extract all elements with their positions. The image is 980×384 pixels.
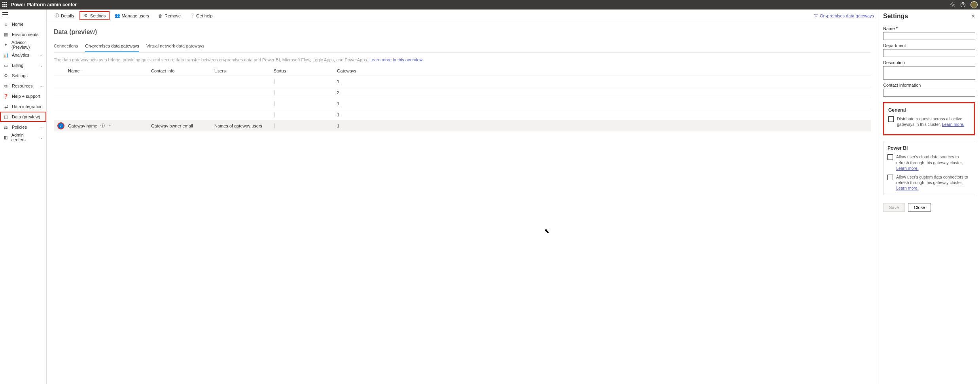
- row-gateways: 1: [337, 112, 400, 117]
- gear-icon: ⚙: [83, 13, 89, 18]
- chevron-down-icon: ⌄: [40, 63, 43, 67]
- filter-icon: ▽: [813, 13, 818, 18]
- col-users[interactable]: Users: [214, 68, 274, 73]
- cloud-refresh-checkbox[interactable]: [887, 154, 893, 160]
- close-button[interactable]: Close: [908, 203, 931, 212]
- scope-label: On-premises data gateways: [820, 13, 874, 18]
- col-name[interactable]: Name↑: [68, 68, 151, 73]
- get-help-button[interactable]: ❔ Get help: [186, 11, 216, 20]
- description-input[interactable]: [883, 66, 975, 80]
- remove-button[interactable]: 🗑 Remove: [154, 11, 184, 20]
- environments-icon: ▦: [3, 32, 9, 37]
- sidebar-item-resources[interactable]: ⧉ Resources ⌄: [0, 81, 46, 91]
- chevron-down-icon: ⌄: [40, 125, 43, 129]
- sidebar-item-advisor[interactable]: ✦ Advisor (Preview): [0, 40, 46, 50]
- sidebar-item-label: Home: [12, 22, 23, 27]
- name-input[interactable]: [883, 32, 975, 40]
- info-icon: ⓘ: [54, 13, 59, 18]
- settings-panel: Settings ✕ Name * Department Description…: [878, 10, 980, 384]
- department-label: Department: [883, 43, 975, 48]
- sidebar-item-label: Policies: [12, 125, 27, 129]
- row-contact: Gateway owner email: [151, 124, 193, 128]
- sidebar-item-data-integration[interactable]: ⇄ Data integration: [0, 101, 46, 112]
- status-icon: [274, 90, 274, 95]
- analytics-icon: 📊: [3, 52, 9, 58]
- sort-asc-icon: ↑: [81, 69, 83, 73]
- gear-icon: ⚙: [3, 73, 9, 78]
- hamburger-icon[interactable]: [2, 12, 8, 16]
- status-icon: [274, 79, 274, 84]
- app-title: Power Platform admin center: [11, 2, 77, 8]
- status-icon: [274, 112, 274, 118]
- sidebar-item-label: Analytics: [12, 53, 29, 57]
- tab-connections[interactable]: Connections: [54, 41, 78, 52]
- chevron-down-icon: ⌄: [40, 135, 43, 139]
- hint-link[interactable]: Learn more in this overview.: [369, 57, 424, 62]
- distribute-checkbox[interactable]: [888, 116, 894, 122]
- sidebar-item-home[interactable]: ⌂ Home: [0, 19, 46, 29]
- manage-users-button[interactable]: 👥 Manage users: [111, 11, 153, 20]
- avatar[interactable]: [971, 1, 978, 8]
- row-gateways: 2: [337, 90, 400, 95]
- table-row[interactable]: 1: [54, 98, 871, 109]
- row-checkbox-checked[interactable]: ✓: [58, 123, 64, 129]
- tab-virtual-network-gateways[interactable]: Virtual network data gateways: [146, 41, 204, 52]
- sidebar-item-help-support[interactable]: ❓ Help + support: [0, 91, 46, 101]
- settings-button[interactable]: ⚙ Settings: [79, 11, 110, 20]
- admin-centers-icon: ◧: [3, 135, 8, 140]
- powerbi-section: Power BI Allow user's cloud data sources…: [883, 141, 975, 195]
- learn-more-link[interactable]: Learn more.: [896, 186, 919, 190]
- hint-body: The data gateway acts as a bridge, provi…: [54, 57, 368, 62]
- sidebar-item-label: Advisor (Preview): [11, 40, 43, 49]
- row-gateways: 1: [337, 124, 400, 128]
- details-button[interactable]: ⓘ Details: [51, 11, 78, 20]
- sidebar-item-policies[interactable]: ⚖ Policies ⌄: [0, 122, 46, 132]
- sidebar-item-environments[interactable]: ▦ Environments: [0, 29, 46, 40]
- tab-on-prem-gateways[interactable]: On-premises data gateways: [85, 41, 139, 52]
- resources-icon: ⧉: [3, 83, 9, 89]
- cmd-label: Manage users: [121, 13, 149, 18]
- top-bar: Power Platform admin center: [0, 0, 980, 10]
- page-title: Data (preview): [54, 29, 871, 36]
- department-input[interactable]: [883, 49, 975, 57]
- panel-title: Settings: [883, 13, 908, 20]
- gateways-table: Name↑ Contact Info Users Status Gateways…: [54, 66, 871, 131]
- custom-connectors-checkbox[interactable]: [887, 175, 893, 180]
- home-icon: ⌂: [3, 21, 9, 27]
- sidebar-item-label: Environments: [12, 32, 38, 37]
- cmd-label: Settings: [90, 13, 106, 18]
- save-button[interactable]: Save: [883, 203, 905, 212]
- sidebar-item-admin-centers[interactable]: ◧ Admin centers ⌄: [0, 132, 46, 143]
- col-status[interactable]: Status: [274, 68, 337, 73]
- distribute-text: Distribute requests across all active ga…: [897, 116, 970, 127]
- more-icon[interactable]: ⋯: [107, 123, 112, 128]
- learn-more-link[interactable]: Learn more.: [896, 166, 919, 171]
- table-header-row: Name↑ Contact Info Users Status Gateways: [54, 66, 871, 76]
- table-row[interactable]: 1: [54, 76, 871, 87]
- sidebar-item-label: Data integration: [12, 104, 43, 109]
- sidebar-item-label: Data (preview): [12, 114, 40, 119]
- sidebar-item-settings[interactable]: ⚙ Settings: [0, 70, 46, 81]
- help-support-icon: ❓: [3, 93, 9, 99]
- table-row-selected[interactable]: ✓ Gateway name ⓘ ⋯ Gateway owner email N…: [54, 120, 871, 131]
- help-icon[interactable]: [960, 2, 966, 8]
- contact-input[interactable]: [883, 89, 975, 97]
- sidebar-item-data-preview[interactable]: ◫ Data (preview): [0, 112, 46, 122]
- col-contact[interactable]: Contact Info: [151, 68, 214, 73]
- col-gateways[interactable]: Gateways: [337, 68, 400, 73]
- app-launcher-icon[interactable]: [2, 2, 8, 8]
- name-label: Name *: [883, 26, 975, 31]
- command-bar: ⓘ Details ⚙ Settings 👥 Manage users 🗑 Re…: [47, 10, 878, 22]
- sidebar-item-label: Billing: [12, 63, 23, 68]
- table-row[interactable]: 2: [54, 87, 871, 98]
- gear-icon[interactable]: [950, 2, 955, 8]
- sidebar-item-analytics[interactable]: 📊 Analytics ⌄: [0, 50, 46, 60]
- sidebar-item-label: Resources: [12, 84, 33, 88]
- table-row[interactable]: 1: [54, 109, 871, 120]
- info-icon[interactable]: ⓘ: [100, 123, 105, 129]
- learn-more-link[interactable]: Learn more.: [942, 122, 965, 127]
- close-icon[interactable]: ✕: [971, 13, 975, 19]
- sidebar-item-billing[interactable]: ▭ Billing ⌄: [0, 60, 46, 70]
- svg-point-0: [952, 4, 954, 6]
- scope-dropdown[interactable]: ▽ On-premises data gateways: [813, 13, 874, 18]
